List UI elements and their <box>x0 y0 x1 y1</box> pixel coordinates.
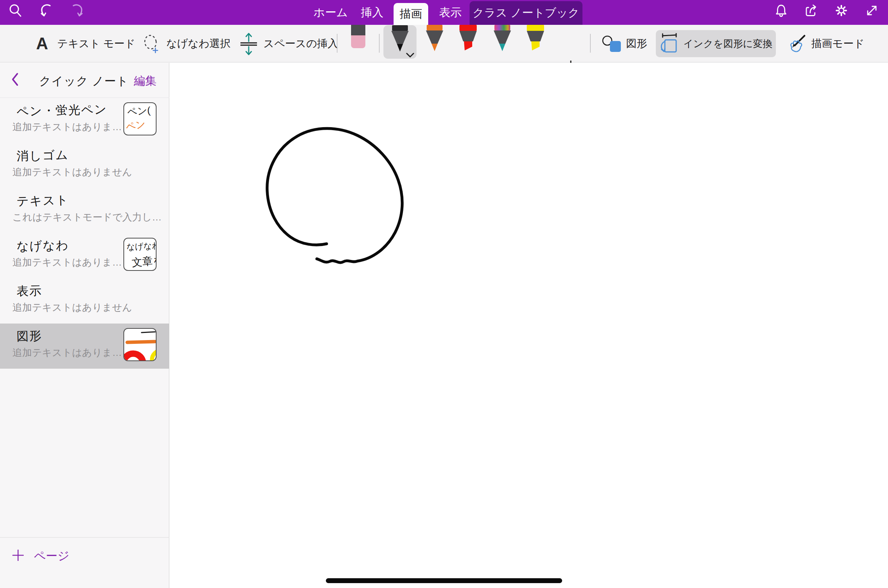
thumb-ink-black: ペン( <box>127 104 151 119</box>
page-thumbnail <box>123 328 157 361</box>
notebook-title: クイック ノート <box>39 73 129 89</box>
draw-mode-icon[interactable] <box>788 35 806 54</box>
orange-pen-tool[interactable] <box>425 25 444 52</box>
insert-space-button[interactable]: スペースの挿入 <box>263 25 338 62</box>
toolbar-divider <box>590 34 591 53</box>
page-item-eraser[interactable]: 消しゴム 追加テキストはありません <box>0 143 169 188</box>
lasso-select-button[interactable]: なげなわ選択 <box>166 25 231 62</box>
yellow-highlighter-tool[interactable] <box>526 25 545 52</box>
page-item-lasso[interactable]: なげなわ 追加テキストはありま… なげなわ 文章を <box>0 233 169 278</box>
page-subtitle: 追加テキストはありま… <box>12 120 122 134</box>
lasso-select-icon[interactable] <box>143 34 161 54</box>
page-list-sidebar: クイック ノート 編集 ペン・蛍光ペン 追加テキストはありま… ペン( ペン 消… <box>0 63 169 588</box>
toolbar-divider <box>337 34 338 53</box>
page-title-ink: 表示 <box>16 283 42 300</box>
draw-mode-button[interactable]: 描画モード <box>811 25 864 62</box>
tab-insert[interactable]: 挿入 <box>361 0 383 25</box>
page-subtitle: 追加テキストはありません <box>12 166 132 179</box>
home-indicator-bar[interactable] <box>326 578 562 583</box>
undo-icon[interactable] <box>39 3 54 18</box>
note-canvas[interactable] <box>170 63 888 588</box>
page-title-ink: 図形 <box>16 328 42 345</box>
page-subtitle: 追加テキストはありません <box>12 301 132 314</box>
tab-home[interactable]: ホーム <box>313 0 348 25</box>
edit-button[interactable]: 編集 <box>134 73 157 89</box>
page-title-ink: テキスト <box>16 192 69 210</box>
add-page-button[interactable]: ページ <box>0 537 169 588</box>
thumb-ink-black: なげなわ <box>126 240 157 253</box>
top-ribbon-bar: ホーム 挿入 描画 表示 クラス ノートブック <box>0 0 888 25</box>
page-subtitle: これはテキストモードで入力し… <box>12 211 162 224</box>
text-mode-button[interactable]: テキスト モード <box>57 25 135 62</box>
eraser-body <box>351 35 365 48</box>
shapes-button[interactable]: 図形 <box>626 25 647 62</box>
page-title-ink: ペン・蛍光ペン <box>16 101 107 120</box>
page-item-pen-highlighter[interactable]: ペン・蛍光ペン 追加テキストはありま… ペン( ペン <box>0 98 169 143</box>
settings-gear-icon[interactable] <box>834 3 849 18</box>
add-page-label: ページ <box>34 548 69 564</box>
page-item-text[interactable]: テキスト これはテキストモードで入力し… <box>0 188 169 233</box>
tab-view[interactable]: 表示 <box>439 0 462 25</box>
page-thumbnail: なげなわ 文章を <box>123 238 157 271</box>
back-chevron-icon[interactable] <box>11 73 19 86</box>
sidebar-header: クイック ノート 編集 <box>0 63 169 98</box>
page-title-ink: 消しゴム <box>16 147 68 165</box>
ink-to-shape-icon <box>659 33 678 54</box>
shapes-icon[interactable] <box>602 35 622 53</box>
insert-space-icon[interactable] <box>240 32 257 56</box>
rainbow-pen-tool[interactable] <box>493 25 512 52</box>
redo-icon[interactable] <box>70 3 85 18</box>
toolbar-divider <box>379 34 380 53</box>
black-pen-tool-selected[interactable] <box>383 25 417 59</box>
eraser-top <box>351 25 365 35</box>
chevron-down-icon[interactable] <box>406 53 414 58</box>
page-subtitle: 追加テキストはありま… <box>12 256 122 269</box>
ink-to-shape-label: インクを図形に変換 <box>683 37 772 50</box>
thumb-ink-black: 文章を <box>131 253 157 270</box>
eraser-tool[interactable] <box>351 25 365 48</box>
red-highlighter-tool[interactable] <box>459 25 477 52</box>
black-pen-icon <box>391 25 409 52</box>
page-title-ink: なげなわ <box>16 237 69 255</box>
onenote-app-window: ホーム 挿入 描画 表示 クラス ノートブック A テキスト モ <box>0 0 888 588</box>
page-subtitle: 追加テキストはありま… <box>12 346 122 359</box>
bell-icon[interactable] <box>774 3 789 18</box>
share-icon[interactable] <box>803 3 818 18</box>
plus-icon <box>12 550 24 561</box>
fullscreen-icon[interactable] <box>864 3 879 18</box>
page-item-shapes-selected[interactable]: 図形 追加テキストはありま… <box>0 324 169 369</box>
draw-toolbar: A テキスト モード なげなわ選択 スペースの挿入 <box>0 25 888 62</box>
tab-draw-active[interactable]: 描画 <box>394 3 428 25</box>
tab-class-notebook[interactable]: クラス ノートブック <box>470 1 582 25</box>
search-icon[interactable] <box>8 3 23 18</box>
thumb-ink-shapes <box>124 329 157 361</box>
ink-to-shape-button[interactable]: インクを図形に変換 <box>656 30 776 57</box>
page-item-view[interactable]: 表示 追加テキストはありません <box>0 278 169 324</box>
text-mode-icon: A <box>36 25 48 62</box>
thumb-ink-orange: ペン <box>125 117 146 134</box>
page-thumbnail: ペン( ペン <box>123 102 157 135</box>
